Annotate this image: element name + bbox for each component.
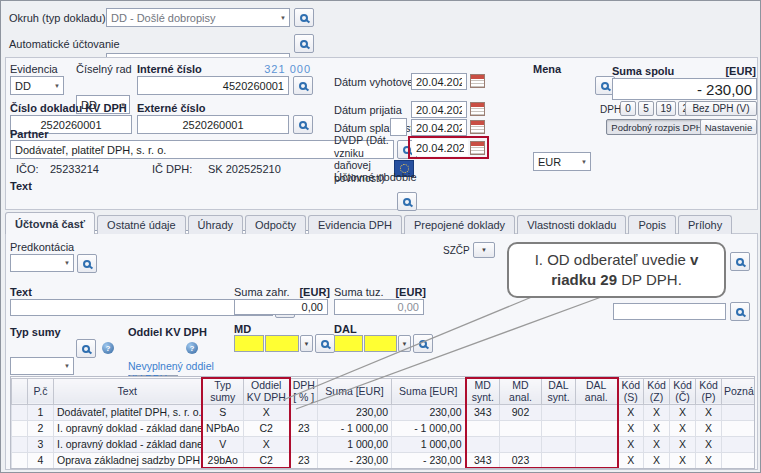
table-header-row: P.čTextTyp sumyOddiel KV DPHDPH [ % ]Sum… [12,378,756,404]
dal-dropdown-button[interactable]: ▼ [398,335,411,352]
col-header-kod-p[interactable]: Kód (P) [696,378,722,404]
externe-cislo-input[interactable] [137,115,289,134]
interne-cislo-search-button[interactable] [293,76,313,95]
dvdp-input[interactable] [412,139,468,156]
externe-cislo-search-button[interactable] [293,115,313,134]
text-search-button[interactable] [397,192,417,211]
right-field-1-search-button[interactable] [730,252,750,271]
cell-dal-anal [576,452,618,468]
tab-popis[interactable]: Popis [628,215,676,234]
datum-prijatia-input[interactable] [411,101,467,118]
col-header-typ-sumy[interactable]: Typ sumy [202,378,244,404]
cell-empty [28,468,54,469]
ciselny-rad-label: Číselný rad [76,63,132,75]
col-header-md-anal[interactable]: MD anal. [500,378,542,404]
szcp-dropdown-button[interactable]: ▼ [473,242,495,258]
document-window: Okruh (typ dokladu) DD - Došlé dobropisy… [0,0,761,473]
tab-uhrady[interactable]: Úhrady [188,215,243,234]
tab-ostatne-udaje[interactable]: Ostatné údaje [97,215,186,234]
md-anal-input[interactable] [265,335,299,352]
col-header-poznamka[interactable]: Poznámka [722,378,756,404]
table-row[interactable]: 4Oprava základnej sadzby DPH - DPH29bAoC… [12,452,756,468]
cell-kod-p: X [696,420,722,436]
cell-empty [576,468,618,469]
col-header-kod-z[interactable]: Kód (Z) [644,378,670,404]
document-counter: 321 000 [211,63,311,75]
dal-anal-input[interactable] [364,335,397,352]
table-row[interactable]: 1Dodávateľ, platiteľ DPH, s. r. o.SX230,… [12,404,756,420]
cell-empty [54,468,202,469]
col-header-dal-synt[interactable]: DAL synt. [542,378,576,404]
col-header-kod-s[interactable]: Kód (S) [618,378,644,404]
col-header-pc[interactable]: P.č [28,378,54,404]
automaticke-uctovanie-search-button[interactable] [294,34,314,53]
interne-cislo-input[interactable] [137,76,289,95]
tab-vlastnosti-dokladu[interactable]: Vlastnosti dokladu [517,215,626,234]
tab-evidencia-dph[interactable]: Evidencia DPH [308,215,402,234]
dph-label: DPH [600,104,621,115]
callout-line-1: I. OD odberateľ uvedie v [535,250,699,270]
cell-text: I. opravný doklad - základ dane [54,436,202,452]
md-dropdown-button[interactable]: ▼ [300,335,313,352]
col-header-kod-c[interactable]: Kód (Č) [670,378,696,404]
evidencia-select[interactable]: DD [10,76,64,95]
typ-sumy-search-button[interactable] [76,339,96,358]
calendar-icon[interactable] [470,141,485,155]
tab-uctovna-cast[interactable]: Účtovná časť [5,212,95,234]
nastavenie-button[interactable]: Nastavenie [700,119,757,135]
search-icon [300,14,308,22]
col-header-text[interactable]: Text [54,378,202,404]
suma-zahr-input[interactable] [234,299,328,315]
search-icon [321,340,329,348]
cell-dal-anal [576,436,618,452]
dph-rate-5-button[interactable]: 5 [638,101,654,116]
callout-bubble: I. OD odberateľ uvedie v riadku 29 DP DP… [507,242,726,298]
tab-prepojene-doklady[interactable]: Prepojené doklady [404,215,515,234]
typ-sumy-select[interactable] [10,357,74,375]
col-header-dal-anal[interactable]: DAL anal. [576,378,618,404]
tab-odpocty[interactable]: Odpočty [245,215,306,234]
cell-dph [290,436,318,452]
cell-suma-eur-2: 230,00 [392,404,466,420]
col-header-sel[interactable] [12,378,28,404]
okruh-select[interactable]: DD - Došlé dobropisy [106,8,290,27]
calendar-icon[interactable] [470,74,485,88]
md-synt-input[interactable] [234,335,264,352]
col-header-md-synt[interactable]: MD synt. [466,378,500,404]
podrobny-rozpis-dph-button[interactable]: Podrobný rozpis DPH [606,119,708,135]
right-field-2-search-button[interactable] [730,302,750,321]
evidencia-value: DD [15,80,31,92]
help-icon[interactable]: ? [186,342,198,354]
predkontacia-select[interactable] [10,254,74,272]
table-row[interactable]: 2I. opravný doklad - základ daneNPbAoC22… [12,420,756,436]
search-icon [300,40,308,48]
suma-tuz-input[interactable] [334,299,424,315]
mena-value: EUR [538,156,561,168]
cell-dal-synt [542,436,576,452]
cell-empty [244,468,290,469]
dal-search-button[interactable] [413,334,433,353]
col-header-suma-eur-2[interactable]: Suma [EUR] [392,378,466,404]
col-header-oddiel-kv-dph[interactable]: Oddiel KV DPH [244,378,290,404]
suma-zahr-currency: [EUR] [282,286,330,298]
datum-vyhotovenia-input[interactable] [411,73,467,90]
tab-prilohy[interactable]: Prílohy [678,215,732,234]
datum-splatnosti-input[interactable] [411,119,467,136]
dal-synt-input[interactable] [334,335,363,352]
md-search-button[interactable] [315,334,335,353]
col-header-suma-eur-1[interactable]: Suma [EUR] [318,378,392,404]
dph-rate-0-button[interactable]: 0 [620,101,636,116]
help-icon[interactable]: ? [102,342,114,354]
col-header-dph[interactable]: DPH [ % ] [290,378,318,404]
dph-rate-19-button[interactable]: 19 [656,101,676,116]
suma-spolu-input[interactable] [612,78,757,100]
suma-spolu-label: Suma spolu [612,65,674,77]
right-field-2[interactable] [613,303,726,320]
predkontacia-search-button[interactable] [77,254,97,273]
mena-select[interactable]: EUR [533,152,591,171]
calendar-icon[interactable] [470,120,485,134]
calendar-icon[interactable] [470,102,485,116]
table-row[interactable]: 3I. opravný doklad - základ daneVX1 000,… [12,436,756,452]
bez-dph-button[interactable]: Bez DPH (V) [685,101,757,116]
okruh-search-button[interactable] [294,8,314,27]
